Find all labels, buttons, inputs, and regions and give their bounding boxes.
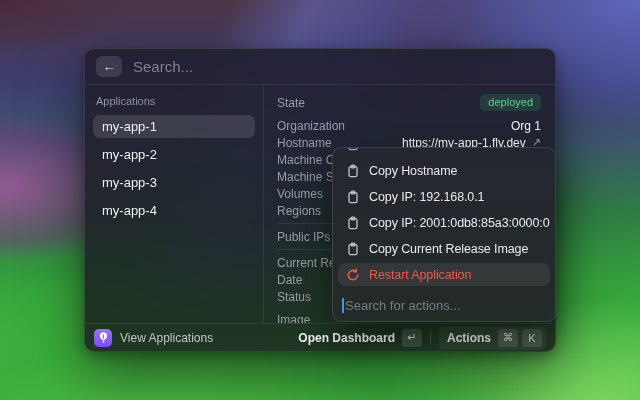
command-source-label: View Applications xyxy=(120,331,213,345)
actions-search xyxy=(333,290,555,321)
detail-value: Org 1 xyxy=(511,119,541,133)
menu-item-label: Copy Hostname xyxy=(369,164,457,178)
clipboard-icon xyxy=(346,164,360,178)
applications-section-header: Applications xyxy=(96,95,252,107)
actions-button[interactable]: Actions ⌘K xyxy=(439,326,546,350)
menu-item-restart-application[interactable]: Restart Application xyxy=(338,263,550,286)
key-badge: ⌘ xyxy=(498,329,518,347)
status-badge: deployed xyxy=(480,94,541,111)
menu-item-copy-ip-192-168-0-1[interactable]: Copy IP: 192.168.0.1 xyxy=(338,185,550,208)
open-dashboard-label: Open Dashboard xyxy=(298,331,395,345)
detail-row: Statedeployed xyxy=(277,91,541,114)
menu-item-label: Restart Application xyxy=(369,268,471,282)
search-input[interactable] xyxy=(133,58,544,75)
applications-list: my-app-1my-app-2my-app-3my-app-4 xyxy=(93,115,255,222)
restart-icon xyxy=(346,268,360,282)
list-item-my-app-2[interactable]: my-app-2 xyxy=(93,143,255,166)
detail-label: Date xyxy=(277,273,302,287)
clipboard-icon xyxy=(346,216,360,230)
detail-label: State xyxy=(277,96,305,110)
key-badge: K xyxy=(522,329,542,347)
back-button[interactable]: ← xyxy=(96,56,122,77)
menu-item-label: Copy IP: 2001:0db8:85a3:0000:0000:8a2e:.… xyxy=(369,216,550,230)
list-item-my-app-1[interactable]: my-app-1 xyxy=(93,115,255,138)
clipboard-icon xyxy=(346,242,360,256)
detail-value-text: Org 1 xyxy=(511,119,541,133)
detail-label: Volumes xyxy=(277,187,323,201)
actions-menu: Copy HostnameCopy IP: 192.168.0.1Copy IP… xyxy=(332,147,556,322)
menu-item-copy-ip-2001-0db8-85a3-0000-0000-8a2e[interactable]: Copy IP: 2001:0db8:85a3:0000:0000:8a2e:.… xyxy=(338,211,550,234)
actions-label: Actions xyxy=(447,331,491,345)
list-item-my-app-3[interactable]: my-app-3 xyxy=(93,171,255,194)
detail-row: OrganizationOrg 1 xyxy=(277,117,541,134)
footer-divider xyxy=(430,331,431,344)
text-cursor xyxy=(342,298,344,313)
applications-sidebar: Applications my-app-1my-app-2my-app-3my-… xyxy=(85,85,264,323)
detail-label: Hostname xyxy=(277,136,332,150)
menu-item-label: Copy IP: 192.168.0.1 xyxy=(369,190,484,204)
actions-menu-list: Copy HostnameCopy IP: 192.168.0.1Copy IP… xyxy=(333,148,555,290)
fly-balloon-icon xyxy=(94,329,112,347)
detail-label: Regions xyxy=(277,204,321,218)
detail-value: deployed xyxy=(480,94,541,111)
footer-bar: View Applications Open Dashboard ↵ Actio… xyxy=(85,323,555,351)
menu-partial-item xyxy=(338,148,550,156)
back-arrow-icon: ← xyxy=(103,59,116,74)
menu-item-copy-current-release-image[interactable]: Copy Current Release Image xyxy=(338,237,550,260)
clipboard-icon xyxy=(346,148,360,151)
return-key-icon: ↵ xyxy=(402,329,422,347)
open-dashboard-button[interactable]: Open Dashboard ↵ xyxy=(298,329,422,347)
detail-label: Status xyxy=(277,290,311,304)
actions-search-input[interactable] xyxy=(343,298,545,313)
detail-label: Public IPs xyxy=(277,230,330,244)
search-bar: ← xyxy=(85,49,555,85)
detail-label: Organization xyxy=(277,119,345,133)
list-item-my-app-4[interactable]: my-app-4 xyxy=(93,199,255,222)
clipboard-icon xyxy=(346,190,360,204)
detail-label: Image xyxy=(277,313,310,324)
menu-item-label: Copy Current Release Image xyxy=(369,242,528,256)
menu-item-copy-hostname[interactable]: Copy Hostname xyxy=(338,159,550,182)
